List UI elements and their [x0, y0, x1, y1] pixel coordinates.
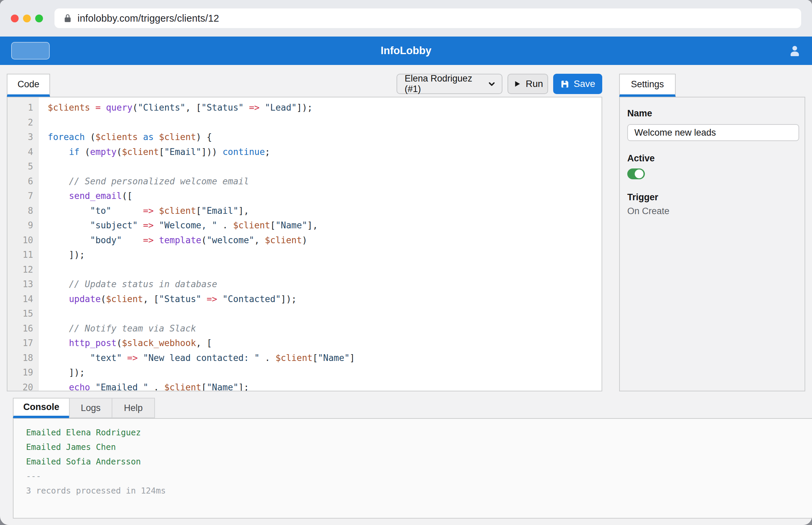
tab-code-label: Code [18, 79, 40, 90]
line-number: 15 [7, 306, 39, 321]
code-line[interactable]: 1$clients = query("Clients", ["Status" =… [7, 101, 602, 115]
tab-console-label: Console [23, 402, 60, 412]
save-button-label: Save [574, 78, 596, 89]
line-number: 19 [7, 365, 39, 380]
code-line[interactable]: 14 update($client, ["Status" => "Contact… [7, 292, 602, 307]
window-controls [11, 15, 43, 22]
code-text [39, 306, 53, 321]
tab-console[interactable]: Console [13, 398, 70, 418]
line-number: 8 [7, 204, 39, 219]
code-text: send_email([ [39, 189, 132, 204]
code-text: $clients = query("Clients", ["Status" =>… [39, 101, 313, 115]
tab-settings-label: Settings [631, 79, 664, 90]
trigger-value: On Create [627, 206, 798, 216]
code-text: "body" => template("welcome", $client) [39, 233, 307, 248]
line-number: 14 [7, 292, 39, 307]
console-line: 3 records processed in 124ms [26, 483, 812, 498]
name-label: Name [627, 108, 798, 119]
line-number: 7 [7, 189, 39, 204]
code-line[interactable]: 2 [7, 115, 602, 130]
code-text: foreach ($clients as $client) { [39, 130, 212, 145]
active-toggle[interactable] [627, 168, 645, 179]
browser-chrome: infolobby.com/triggers/clients/12 [0, 0, 812, 36]
code-line[interactable]: 12 [7, 262, 602, 278]
code-line[interactable]: 6 // Send personalized welcome email [7, 174, 602, 189]
code-text: "to" => $client["Email"], [39, 204, 249, 219]
trigger-label: Trigger [627, 192, 798, 202]
code-line[interactable]: 9 "subject" => "Welcome, " . $client["Na… [7, 218, 602, 233]
line-number: 4 [7, 145, 39, 160]
code-line[interactable]: 17 http_post($slack_webhook, [ [7, 336, 602, 351]
line-number: 6 [7, 174, 39, 189]
code-text [39, 159, 53, 174]
code-text: http_post($slack_webhook, [ [39, 336, 212, 351]
line-number: 13 [7, 277, 39, 292]
line-number: 12 [7, 262, 39, 278]
code-line[interactable]: 11 ]); [7, 247, 602, 262]
line-number: 5 [7, 159, 39, 174]
console-section: Console Logs Help Emailed Elena Rodrigue… [7, 398, 805, 519]
code-line[interactable]: 20 echo "Emailed " . $client["Name"]; [7, 380, 602, 392]
tab-help[interactable]: Help [112, 398, 155, 418]
code-text: ]); [39, 365, 85, 380]
code-line[interactable]: 4 if (empty($client["Email"])) continue; [7, 145, 602, 160]
line-number: 3 [7, 130, 39, 145]
code-line[interactable]: 3foreach ($clients as $client) { [7, 130, 602, 145]
app-title: InfoLobby [0, 36, 812, 65]
url-text: infolobby.com/triggers/clients/12 [77, 13, 219, 24]
code-text: "subject" => "Welcome, " . $client["Name… [39, 218, 318, 233]
tab-help-label: Help [124, 403, 143, 414]
close-button[interactable] [11, 15, 19, 22]
line-number: 16 [7, 321, 39, 336]
play-icon [513, 79, 521, 88]
tab-code[interactable]: Code [7, 74, 50, 97]
settings-panel: Name Active Trigger On Create [619, 97, 805, 391]
line-number: 20 [7, 380, 39, 392]
code-line[interactable]: 5 [7, 159, 602, 174]
editor-toolbar: Elena Rodriguez (#1) Run Save [396, 74, 602, 94]
console-line: Emailed James Chen [26, 440, 812, 454]
code-line[interactable]: 19 ]); [7, 365, 602, 380]
browser-window: infolobby.com/triggers/clients/12 InfoLo… [0, 0, 812, 525]
code-lines: 1$clients = query("Clients", ["Status" =… [7, 97, 602, 391]
address-bar[interactable]: infolobby.com/triggers/clients/12 [55, 9, 801, 28]
zoom-button[interactable] [35, 15, 43, 22]
code-line[interactable]: 13 // Update status in database [7, 277, 602, 292]
console-tabs: Console Logs Help [13, 398, 805, 418]
line-number: 2 [7, 115, 39, 130]
run-button-label: Run [526, 78, 543, 89]
code-line[interactable]: 7 send_email([ [7, 189, 602, 204]
console-output: Emailed Elena RodriguezEmailed James Che… [13, 418, 812, 519]
main-content: Code Elena Rodriguez (#1) Run Save [0, 65, 812, 519]
run-button[interactable]: Run [508, 74, 548, 94]
code-text: ]); [39, 247, 85, 262]
code-line[interactable]: 15 [7, 306, 602, 321]
save-button[interactable]: Save [553, 74, 602, 94]
code-text [39, 262, 53, 278]
chevron-down-icon [487, 79, 496, 89]
code-line[interactable]: 8 "to" => $client["Email"], [7, 204, 602, 219]
lock-icon [63, 13, 73, 23]
console-line: Emailed Sofia Andersson [26, 454, 812, 469]
name-input[interactable] [627, 124, 799, 141]
app-header: InfoLobby [0, 36, 812, 65]
minimize-button[interactable] [23, 15, 31, 22]
code-text [39, 115, 53, 130]
record-select[interactable]: Elena Rodriguez (#1) [396, 74, 502, 94]
console-line: --- [26, 469, 812, 483]
active-label: Active [627, 153, 798, 164]
line-number: 18 [7, 351, 39, 366]
console-line: Emailed Elena Rodriguez [26, 425, 812, 440]
code-line[interactable]: 10 "body" => template("welcome", $client… [7, 233, 602, 248]
code-editor[interactable]: 1$clients = query("Clients", ["Status" =… [7, 97, 602, 391]
tab-settings[interactable]: Settings [619, 74, 676, 97]
code-line[interactable]: 18 "text" => "New lead contacted: " . $c… [7, 351, 602, 366]
code-text: if (empty($client["Email"])) continue; [39, 145, 270, 160]
line-number: 10 [7, 233, 39, 248]
line-number: 1 [7, 101, 39, 115]
line-number: 17 [7, 336, 39, 351]
user-account-icon[interactable] [787, 43, 802, 59]
tab-logs[interactable]: Logs [69, 398, 112, 418]
code-line[interactable]: 16 // Notify team via Slack [7, 321, 602, 336]
code-text: update($client, ["Status" => "Contacted"… [39, 292, 297, 307]
